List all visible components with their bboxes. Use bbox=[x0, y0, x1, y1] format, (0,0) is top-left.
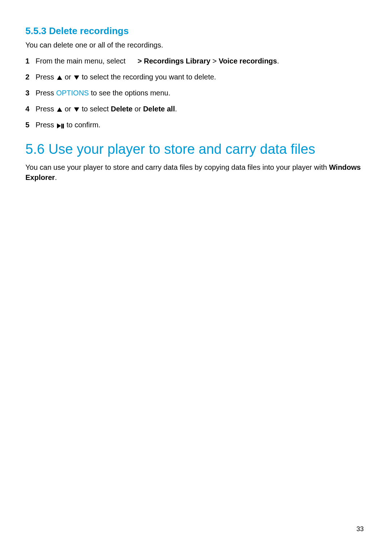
section-553-heading: 5.5.3 Delete recordings bbox=[25, 25, 367, 37]
text-fragment: or bbox=[132, 105, 143, 113]
step-1: 1 From the main menu, select > Recording… bbox=[25, 56, 367, 66]
section-553-title: Delete recordings bbox=[49, 25, 129, 36]
step-text: From the main menu, select > Recordings … bbox=[36, 56, 367, 66]
step-2: 2 Press or to select the recording you w… bbox=[25, 72, 367, 82]
step-text: Press or to select the recording you wan… bbox=[36, 72, 367, 82]
text-fragment: . bbox=[55, 173, 57, 181]
up-arrow-icon bbox=[57, 107, 62, 112]
section-56-para: You can use your player to store and car… bbox=[25, 162, 367, 182]
text-fragment: > bbox=[211, 57, 219, 65]
step-3: 3 Press OPTIONS to see the options menu. bbox=[25, 88, 367, 98]
section-553-intro: You can delete one or all of the recordi… bbox=[25, 41, 367, 49]
text-fragment: or bbox=[63, 73, 73, 81]
text-fragment: . bbox=[175, 105, 177, 113]
section-56-heading: 5.6 Use your player to store and carry d… bbox=[25, 141, 367, 157]
bold-fragment: > Recordings Library bbox=[138, 57, 211, 65]
bold-fragment: Voice recordings bbox=[219, 57, 277, 65]
step-number: 1 bbox=[25, 56, 36, 66]
text-fragment: Press bbox=[36, 121, 56, 129]
text-fragment: Press bbox=[36, 105, 56, 113]
section-56-title: Use your player to store and carry data … bbox=[48, 141, 315, 157]
text-fragment: to select the recording you want to dele… bbox=[80, 73, 216, 81]
step-5: 5 Press to confirm. bbox=[25, 120, 367, 131]
step-text: Press OPTIONS to see the options menu. bbox=[36, 88, 367, 98]
step-text: Press or to select Delete or Delete all. bbox=[36, 104, 367, 114]
step-number: 2 bbox=[25, 72, 36, 82]
section-553-number: 5.5.3 bbox=[25, 25, 46, 36]
step-text: Press to confirm. bbox=[36, 120, 367, 131]
section-56-number: 5.6 bbox=[25, 141, 45, 157]
text-fragment: Press bbox=[36, 89, 56, 97]
text-fragment: From the main menu, select bbox=[36, 57, 127, 65]
step-number: 4 bbox=[25, 104, 36, 114]
up-arrow-icon bbox=[57, 75, 62, 80]
page-number: 33 bbox=[356, 525, 364, 533]
steps-list: 1 From the main menu, select > Recording… bbox=[25, 56, 367, 131]
text-fragment: . bbox=[277, 57, 279, 65]
down-arrow-icon bbox=[74, 107, 79, 112]
text-fragment: to confirm. bbox=[65, 121, 101, 129]
text-fragment: You can use your player to store and car… bbox=[25, 163, 329, 171]
text-fragment: to see the options menu. bbox=[89, 89, 171, 97]
text-fragment: Press bbox=[36, 73, 56, 81]
step-number: 5 bbox=[25, 120, 36, 130]
bold-fragment: Delete all bbox=[143, 105, 175, 113]
text-fragment: to select bbox=[80, 105, 111, 113]
step-number: 3 bbox=[25, 88, 36, 98]
bold-fragment: Delete bbox=[111, 105, 132, 113]
play-pause-icon bbox=[57, 120, 64, 131]
step-4: 4 Press or to select Delete or Delete al… bbox=[25, 104, 367, 114]
options-key: OPTIONS bbox=[56, 89, 89, 97]
text-fragment: or bbox=[63, 105, 73, 113]
down-arrow-icon bbox=[74, 75, 79, 80]
